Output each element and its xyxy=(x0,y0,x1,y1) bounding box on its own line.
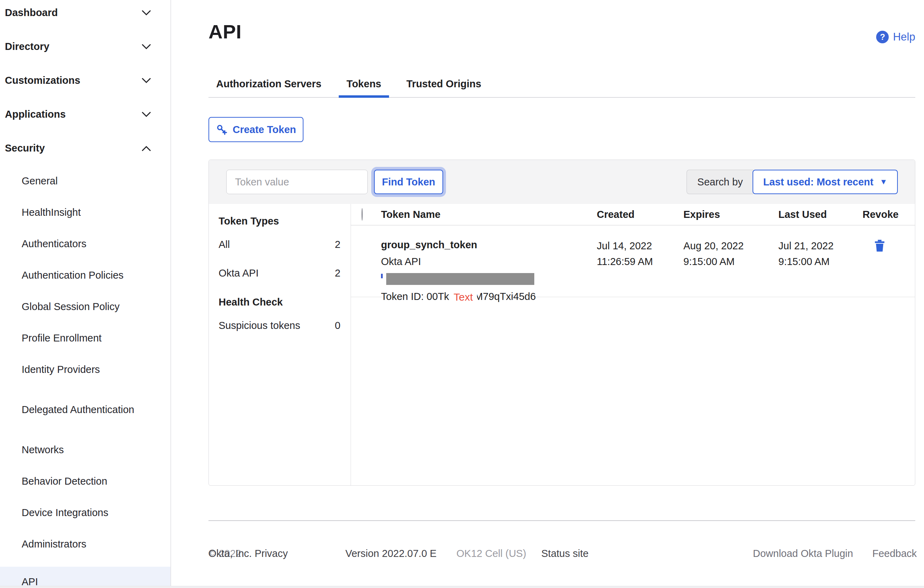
company-privacy-link[interactable]: Okta, Inc. Privacy xyxy=(208,546,288,561)
main-content: API ? Help Authorization Servers Tokens … xyxy=(171,0,924,588)
search-by-label: Search by xyxy=(686,170,754,194)
chevron-down-icon xyxy=(142,112,151,117)
filter-all[interactable]: All 2 xyxy=(219,232,340,257)
okta-admin-screen: Dashboard Directory Customizations Appli… xyxy=(0,0,924,588)
feedback-link[interactable]: Feedback xyxy=(872,546,917,561)
table-row: group_synch_token Okta API Token ID: 00T… xyxy=(351,226,915,297)
redacted-token-value xyxy=(386,273,534,285)
sidebar-item-label: Device Integrations xyxy=(21,505,108,520)
filter-okta-api[interactable]: Okta API 2 xyxy=(219,260,340,286)
caret-down-icon: ▼ xyxy=(879,177,887,186)
bottom-edge-strip xyxy=(0,586,924,588)
version-text: Version 2022.07.0 E xyxy=(345,546,437,561)
status-site-link[interactable]: Status site xyxy=(541,546,588,561)
sidebar-item-label: Authenticators xyxy=(21,236,86,252)
sidebar-item-customizations[interactable]: Customizations xyxy=(0,71,170,91)
col-revoke: Revoke xyxy=(863,209,915,220)
annotation-text-label: Text xyxy=(449,291,477,303)
sidebar-item-global-session-policy[interactable]: Global Session Policy xyxy=(0,298,170,315)
filter-count: 0 xyxy=(335,320,340,331)
sidebar-item-networks[interactable]: Networks xyxy=(0,441,170,458)
key-plus-icon xyxy=(216,124,228,135)
sidebar-item-label: Profile Enrollment xyxy=(21,330,102,346)
sidebar-item-label: Networks xyxy=(21,442,64,458)
col-last-used: Last Used xyxy=(779,209,863,220)
table-header-row: Token Name Created Expires Last Used Rev… xyxy=(351,204,915,226)
cell-text: OK12 Cell (US) xyxy=(456,546,526,561)
chevron-down-icon xyxy=(142,44,151,49)
download-plugin-link[interactable]: Download Okta Plugin xyxy=(753,546,853,561)
created-cell: Jul 14, 2022 11:26:59 AM xyxy=(597,238,683,270)
expires-cell: Aug 20, 2022 9:15:00 AM xyxy=(683,238,779,270)
token-id: Token ID: 00Tkaf7h4M79qTxi45d6 xyxy=(381,290,597,303)
sidebar-item-label: General xyxy=(21,173,58,189)
token-value-input[interactable] xyxy=(226,170,368,194)
sort-dropdown-value: Last used: Most recent xyxy=(763,176,873,188)
tab-authorization-servers[interactable]: Authorization Servers xyxy=(208,71,329,97)
sidebar-item-label: Authentication Policies xyxy=(21,267,124,283)
revoke-token-button[interactable] xyxy=(873,238,886,255)
help-link[interactable]: ? Help xyxy=(876,31,915,43)
sidebar-item-profile-enrollment[interactable]: Profile Enrollment xyxy=(0,329,170,347)
sidebar-item-label: Delegated Authentication xyxy=(21,402,134,418)
filter-suspicious-tokens[interactable]: Suspicious tokens 0 xyxy=(219,313,340,338)
sidebar-item-device-integrations[interactable]: Device Integrations xyxy=(0,504,170,521)
token-types-panel: Token Types All 2 Okta API 2 Health Chec… xyxy=(209,204,351,485)
sort-dropdown[interactable]: Last used: Most recent ▼ xyxy=(752,170,898,194)
filter-label: Suspicious tokens xyxy=(219,320,300,331)
sidebar-item-authentication-policies[interactable]: Authentication Policies xyxy=(0,267,170,284)
tokens-table: Token Name Created Expires Last Used Rev… xyxy=(351,204,915,485)
token-type: Okta API xyxy=(381,255,597,268)
sidebar-item-directory[interactable]: Directory xyxy=(0,37,170,56)
chevron-up-icon xyxy=(142,146,151,151)
chevron-down-icon xyxy=(142,78,151,84)
sidebar-item-identity-providers[interactable]: Identity Providers xyxy=(0,361,170,378)
token-name: group_synch_token xyxy=(381,238,597,251)
sidebar-item-label: Global Session Policy xyxy=(21,299,119,315)
footer-divider xyxy=(208,520,915,521)
tab-bar: Authorization Servers Tokens Trusted Ori… xyxy=(208,71,915,98)
tokens-panel: Find Token Search by Last used: Most rec… xyxy=(208,160,915,486)
sidebar-item-label: Directory xyxy=(5,41,49,53)
page-title: API xyxy=(208,20,242,43)
sidebar-item-authenticators[interactable]: Authenticators xyxy=(0,235,170,252)
sidebar-item-label: Applications xyxy=(5,109,66,120)
token-types-title: Token Types xyxy=(219,214,340,228)
col-token-name: Token Name xyxy=(381,209,597,220)
redaction-tick xyxy=(381,274,383,278)
sidebar-item-behavior-detection[interactable]: Behavior Detection xyxy=(0,473,170,490)
chevron-down-icon xyxy=(142,10,151,16)
health-check-title: Health Check xyxy=(219,295,340,310)
filter-label: Okta API xyxy=(219,267,258,279)
create-token-button[interactable]: Create Token xyxy=(208,117,304,142)
sidebar-item-label: Identity Providers xyxy=(21,362,100,377)
tab-trusted-origins[interactable]: Trusted Origins xyxy=(399,71,489,97)
help-label: Help xyxy=(893,31,915,43)
sidebar-item-dashboard[interactable]: Dashboard xyxy=(0,3,170,23)
sidebar-item-security[interactable]: Security xyxy=(0,138,170,158)
sidebar-item-healthinsight[interactable]: HealthInsight xyxy=(0,204,170,221)
sidebar-item-label: Dashboard xyxy=(5,7,58,18)
sidebar-item-label: Administrators xyxy=(21,536,86,552)
sidebar-item-delegated-authentication[interactable]: Delegated Authentication xyxy=(0,392,170,427)
sidebar-item-applications[interactable]: Applications xyxy=(0,104,170,124)
help-icon: ? xyxy=(876,31,889,43)
sidebar-item-label: Behavior Detection xyxy=(21,473,107,489)
sidebar-item-api[interactable]: API xyxy=(0,567,170,588)
sidebar-item-label: HealthInsight xyxy=(21,204,81,220)
select-all-radio[interactable] xyxy=(361,208,363,221)
col-created: Created xyxy=(597,209,683,220)
footer: © 2022 Okta, Inc. Privacy Version 2022.0… xyxy=(208,546,915,561)
filter-count: 2 xyxy=(335,239,340,250)
sidebar-item-administrators[interactable]: Administrators xyxy=(0,535,170,553)
token-search-bar: Find Token Search by Last used: Most rec… xyxy=(209,160,915,204)
filter-label: All xyxy=(219,239,230,250)
tab-tokens[interactable]: Tokens xyxy=(339,71,389,97)
sidebar-item-general[interactable]: General xyxy=(0,172,170,189)
trash-icon xyxy=(874,239,885,252)
last-used-cell: Jul 21, 2022 9:15:00 AM xyxy=(779,238,863,270)
create-token-label: Create Token xyxy=(233,124,296,135)
sidebar-item-label: Security xyxy=(5,142,45,154)
sidebar-item-label: Customizations xyxy=(5,75,80,86)
find-token-button[interactable]: Find Token xyxy=(374,170,443,194)
